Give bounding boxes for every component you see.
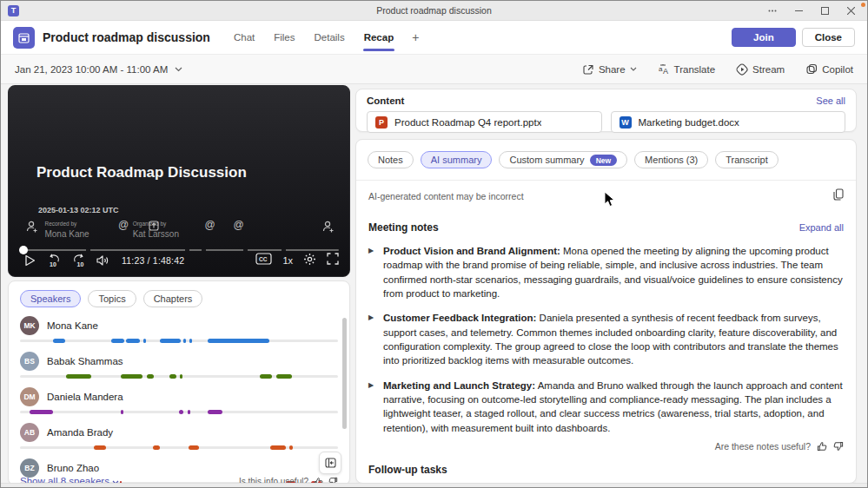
share-button[interactable]: Share <box>582 63 637 76</box>
note-lead: Product Vision and Brand Alignment: <box>383 246 560 256</box>
copilot-button[interactable]: Copilot <box>805 63 853 76</box>
speaker-row[interactable]: MK Mona Kane <box>20 315 338 343</box>
avatar: DM <box>20 387 39 406</box>
avatar: AB <box>20 423 39 442</box>
speaker-name: Bruno Zhao <box>47 463 99 473</box>
svg-text:CC: CC <box>259 256 268 262</box>
file-chip-pptx[interactable]: P Product Roadmap Q4 report.pptx <box>367 111 602 133</box>
note-item[interactable]: ▶ Customer Feedback Integration: Daniela… <box>356 300 856 367</box>
expand-triangle-icon[interactable]: ▶ <box>368 311 383 367</box>
teams-meeting-window: T Product roadmap discussion Product roa… <box>0 0 868 488</box>
speaker-timeline[interactable] <box>20 339 338 343</box>
note-lead: Marketing and Launch Strategy: <box>383 380 535 391</box>
window-maximize-button[interactable] <box>812 1 838 21</box>
new-badge: New <box>590 155 617 166</box>
tab-topics[interactable]: Topics <box>88 290 136 307</box>
expand-triangle-icon[interactable]: ▶ <box>368 379 383 435</box>
stream-button[interactable]: Stream <box>736 63 785 76</box>
person-add-marker-icon[interactable] <box>321 221 335 237</box>
tab-speakers[interactable]: Speakers <box>20 290 81 307</box>
close-button[interactable]: Close <box>802 28 855 47</box>
window-bottom-edge <box>1 483 867 487</box>
notes-feedback-label: Are these notes useful? <box>715 441 811 452</box>
thumbs-down-icon[interactable] <box>833 441 844 452</box>
speaker-row[interactable]: DM Daniela Mandera <box>20 386 338 414</box>
chevron-down-icon <box>175 67 182 72</box>
person-add-marker-icon[interactable] <box>25 221 39 237</box>
playback-speed-button[interactable]: 1x <box>282 255 293 266</box>
meeting-datetime[interactable]: Jan 21, 2023 10:00 AM - 11:00 AM <box>15 64 182 75</box>
collapse-panel-button[interactable] <box>319 452 341 474</box>
window-minimize-button[interactable] <box>785 1 812 21</box>
play-button[interactable] <box>19 254 40 267</box>
tab-notes[interactable]: Notes <box>368 151 414 168</box>
mention-marker-icon[interactable]: @ <box>118 219 129 231</box>
speaker-timeline[interactable] <box>20 445 338 450</box>
powerpoint-file-icon: P <box>375 116 388 129</box>
forward-10-button[interactable]: 10 <box>68 254 89 267</box>
meeting-header: Product roadmap discussion Chat Files De… <box>1 21 867 55</box>
tab-recap[interactable]: Recap <box>356 21 402 54</box>
window-title: Product roadmap discussion <box>1 5 867 16</box>
ai-disclaimer: AI-generated content may be incorrect <box>368 191 524 201</box>
tab-details[interactable]: Details <box>307 21 353 54</box>
speaker-row[interactable]: BS Babak Shammas <box>20 351 338 379</box>
svg-text:10: 10 <box>50 261 56 267</box>
fullscreen-button[interactable] <box>327 253 339 268</box>
tab-mentions[interactable]: Mentions (3) <box>634 151 708 168</box>
recording-indicator-dot <box>861 3 865 7</box>
speaker-timeline[interactable] <box>20 374 338 379</box>
follow-up-tasks-title: Follow-up tasks <box>368 464 844 476</box>
translate-button[interactable]: aA Translate <box>658 63 716 76</box>
note-lead: Customer Feedback Integration: <box>383 313 536 323</box>
tab-files[interactable]: Files <box>266 21 302 54</box>
tab-chat[interactable]: Chat <box>226 21 262 54</box>
tab-chapters[interactable]: Chapters <box>143 290 203 307</box>
meeting-notes-title: Meeting notes <box>368 221 439 234</box>
rewind-10-button[interactable]: 10 <box>43 254 64 267</box>
note-item[interactable]: ▶ Product Vision and Brand Alignment: Mo… <box>356 234 856 300</box>
window-close-button[interactable] <box>838 1 864 21</box>
mention-marker-icon[interactable]: @ <box>234 219 244 231</box>
share-marker-icon[interactable] <box>149 219 159 234</box>
join-button[interactable]: Join <box>732 28 796 47</box>
page-title: Product roadmap discussion <box>43 30 210 44</box>
video-title: Product Roadmap Discussion <box>36 164 247 181</box>
speaker-timeline[interactable] <box>20 410 338 414</box>
speakers-scrollbar[interactable] <box>342 318 347 429</box>
video-timestamp: 2025-01-13 02:12 UTC <box>38 206 119 214</box>
avatar: BZ <box>20 458 39 478</box>
tab-transcript[interactable]: Transcript <box>715 151 779 168</box>
settings-gear-icon[interactable] <box>303 253 316 269</box>
copilot-icon <box>805 63 818 76</box>
thumbs-up-icon[interactable] <box>817 441 827 452</box>
add-tab-button[interactable]: + <box>405 30 426 44</box>
expand-all-link[interactable]: Expand all <box>799 222 844 233</box>
content-title: Content <box>367 96 404 106</box>
note-item[interactable]: ▶ Marketing and Launch Strategy: Amanda … <box>356 368 856 435</box>
stream-icon <box>736 63 748 76</box>
teams-logo-icon: T <box>8 5 19 16</box>
speaker-name: Mona Kane <box>47 320 98 331</box>
window-more-button[interactable] <box>759 1 785 21</box>
mention-marker-icon[interactable]: @ <box>204 219 215 231</box>
volume-button[interactable] <box>92 254 113 267</box>
player-controls: 10 10 11:23 / 1:48:42 CC 1x <box>19 251 339 270</box>
copy-icon[interactable] <box>833 188 844 204</box>
recorded-by-name: Mona Kane <box>44 229 89 239</box>
speaker-name: Babak Shammas <box>47 356 123 366</box>
tab-ai-summary[interactable]: AI summary <box>421 151 493 168</box>
file-chip-docx[interactable]: W Marketing budget.docx <box>611 111 846 133</box>
meeting-calendar-icon <box>13 27 35 49</box>
speaker-row[interactable]: AB Amanda Brady <box>20 422 338 450</box>
expand-triangle-icon[interactable]: ▶ <box>368 244 383 300</box>
video-player[interactable]: Product Roadmap Discussion 2025-01-13 02… <box>8 85 350 277</box>
file-name: Marketing budget.docx <box>639 117 739 128</box>
recap-toolbar: Jan 21, 2023 10:00 AM - 11:00 AM Share a… <box>1 55 867 84</box>
content-section: Content See all P Product Roadmap Q4 rep… <box>355 89 857 132</box>
see-all-link[interactable]: See all <box>816 96 845 106</box>
captions-button[interactable]: CC <box>255 253 272 268</box>
tab-custom-summary[interactable]: Custom summaryNew <box>499 151 627 168</box>
svg-text:A: A <box>663 67 668 76</box>
file-name: Product Roadmap Q4 report.pptx <box>394 117 541 128</box>
